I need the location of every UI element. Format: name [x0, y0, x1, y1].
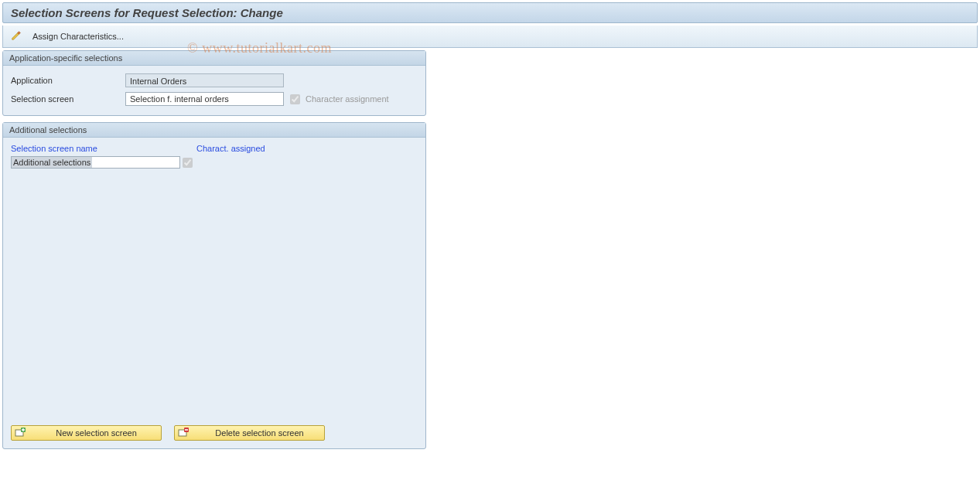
- delete-icon: [178, 428, 189, 438]
- selection-screen-name-value: Additional selections: [12, 157, 92, 168]
- selection-screen-name-input[interactable]: Additional selections: [11, 156, 180, 169]
- application-label: Application: [11, 76, 125, 85]
- pencil-icon[interactable]: [11, 30, 22, 43]
- col-selection-screen-name: Selection screen name: [11, 144, 166, 153]
- page-title: Selection Screens for Request Selection:…: [11, 6, 969, 19]
- group-header-additional: Additional selections: [3, 123, 425, 138]
- group-additional: Additional selections Selection screen n…: [2, 122, 426, 449]
- delete-selection-screen-button[interactable]: Delete selection screen: [174, 425, 325, 441]
- selection-screen-input[interactable]: [125, 92, 284, 106]
- group-header-app: Application-specific selections: [3, 51, 425, 66]
- application-value: Internal Orders: [125, 73, 284, 87]
- new-selection-screen-button[interactable]: New selection screen: [11, 425, 162, 441]
- content-area: Application-specific selections Applicat…: [2, 50, 978, 449]
- selection-screen-label: Selection screen: [11, 94, 125, 104]
- character-assignment-checkbox: [290, 94, 300, 104]
- delete-selection-screen-label: Delete selection screen: [204, 428, 315, 438]
- row-charact-checkbox: [183, 158, 193, 168]
- new-selection-screen-label: New selection screen: [41, 428, 152, 438]
- character-assignment-label: Character assignment: [306, 94, 389, 104]
- title-bar: Selection Screens for Request Selection:…: [2, 2, 978, 23]
- toolbar: Assign Characteristics...: [2, 26, 978, 48]
- create-icon: [15, 428, 26, 438]
- col-charact-assigned: Charact. assigned: [196, 144, 265, 153]
- column-headers: Selection screen name Charact. assigned: [11, 144, 418, 153]
- assign-characteristics-button[interactable]: Assign Characteristics...: [32, 32, 124, 41]
- group-app-specific: Application-specific selections Applicat…: [2, 50, 426, 116]
- table-row[interactable]: Additional selections: [11, 155, 418, 169]
